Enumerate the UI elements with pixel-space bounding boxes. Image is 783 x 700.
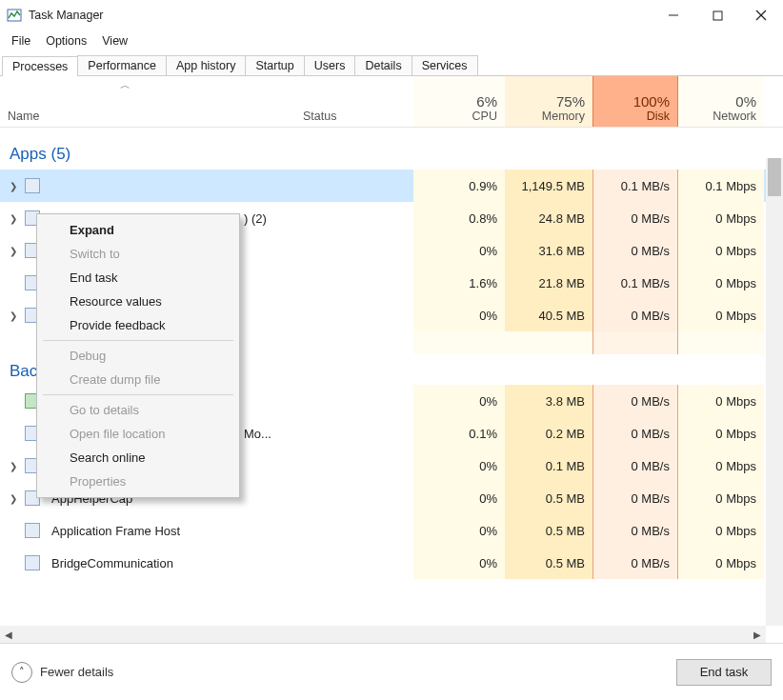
section-apps[interactable]: Apps (5)	[0, 128, 766, 170]
chevron-right-icon[interactable]: ❯	[10, 181, 19, 191]
svg-rect-2	[713, 11, 722, 20]
tab-details[interactable]: Details	[354, 55, 412, 75]
column-status[interactable]: Status	[295, 76, 413, 127]
menu-item-properties: Properties	[39, 470, 237, 493]
menu-item-end-task[interactable]: End task	[39, 266, 237, 290]
chevron-right-icon[interactable]: ❯	[10, 213, 19, 224]
menu-item-create-dump: Create dump file	[39, 368, 237, 391]
tab-bar: Processes Performance App history Startu…	[0, 51, 783, 76]
chevron-right-icon[interactable]: ❯	[10, 493, 19, 504]
separator	[43, 340, 233, 341]
menu-item-provide-feedback[interactable]: Provide feedback	[39, 313, 237, 337]
app-icon	[6, 7, 23, 24]
menu-item-expand[interactable]: Expand	[39, 218, 237, 242]
chevron-right-icon[interactable]: ❯	[10, 461, 19, 471]
tab-users[interactable]: Users	[304, 55, 356, 75]
process-row[interactable]: ❯Application Frame Host 0% 0.5 MB 0 MB/s…	[0, 514, 766, 547]
scrollbar-vertical[interactable]	[766, 158, 783, 626]
maximize-button[interactable]	[695, 0, 739, 30]
chevron-right-icon[interactable]: ❯	[10, 310, 19, 321]
menu-file[interactable]: File	[4, 32, 38, 50]
menu-item-debug: Debug	[39, 344, 237, 368]
tab-services[interactable]: Services	[412, 55, 478, 75]
context-menu: Expand Switch to End task Resource value…	[36, 213, 240, 498]
menu-bar: File Options View	[0, 30, 783, 51]
process-icon	[25, 523, 40, 538]
menu-view[interactable]: View	[94, 32, 135, 50]
scrollbar-horizontal[interactable]: ◀ ▶	[0, 626, 766, 643]
chevron-right-icon[interactable]: ❯	[10, 246, 19, 256]
footer: ˄ Fewer details End task	[0, 643, 783, 700]
column-memory[interactable]: 75% Memory	[505, 76, 592, 127]
tab-performance[interactable]: Performance	[77, 55, 167, 75]
scroll-left-icon[interactable]: ◀	[0, 626, 17, 643]
column-header: ︿ Name Status 6% CPU 75% Memory 100% Dis…	[0, 76, 783, 128]
tab-processes[interactable]: Processes	[2, 56, 78, 76]
column-disk[interactable]: 100% Disk	[592, 76, 678, 127]
menu-item-go-to-details: Go to details	[39, 398, 237, 422]
close-button[interactable]	[739, 0, 783, 30]
process-name: BridgeCommunication	[51, 556, 173, 570]
window-title: Task Manager	[29, 9, 104, 22]
column-network[interactable]: 0% Network	[678, 76, 764, 127]
menu-item-search-online[interactable]: Search online	[39, 446, 237, 470]
scrollbar-thumb[interactable]	[768, 158, 781, 196]
scroll-right-icon[interactable]: ▶	[749, 626, 766, 643]
process-icon	[25, 178, 40, 193]
window-controls	[652, 0, 783, 30]
process-icon	[25, 555, 40, 570]
tab-app-history[interactable]: App history	[166, 55, 247, 75]
process-name: Application Frame Host	[51, 524, 180, 538]
menu-item-resource-values[interactable]: Resource values	[39, 290, 237, 313]
tab-startup[interactable]: Startup	[245, 55, 304, 75]
menu-item-switch-to: Switch to	[39, 242, 237, 266]
minimize-button[interactable]	[652, 0, 695, 30]
chevron-up-icon: ˄	[11, 662, 32, 683]
menu-item-open-location: Open file location	[39, 422, 237, 446]
menu-options[interactable]: Options	[38, 32, 94, 50]
separator	[43, 394, 233, 395]
process-row[interactable]: ❯BridgeCommunication 0% 0.5 MB 0 MB/s 0 …	[0, 547, 766, 579]
process-row[interactable]: ❯ 0.9% 1,149.5 MB 0.1 MB/s 0.1 Mbps	[0, 170, 766, 202]
fewer-details-link[interactable]: ˄ Fewer details	[11, 662, 113, 683]
column-cpu[interactable]: 6% CPU	[413, 76, 505, 127]
end-task-button[interactable]: End task	[676, 659, 772, 686]
column-name[interactable]: Name	[0, 76, 295, 127]
